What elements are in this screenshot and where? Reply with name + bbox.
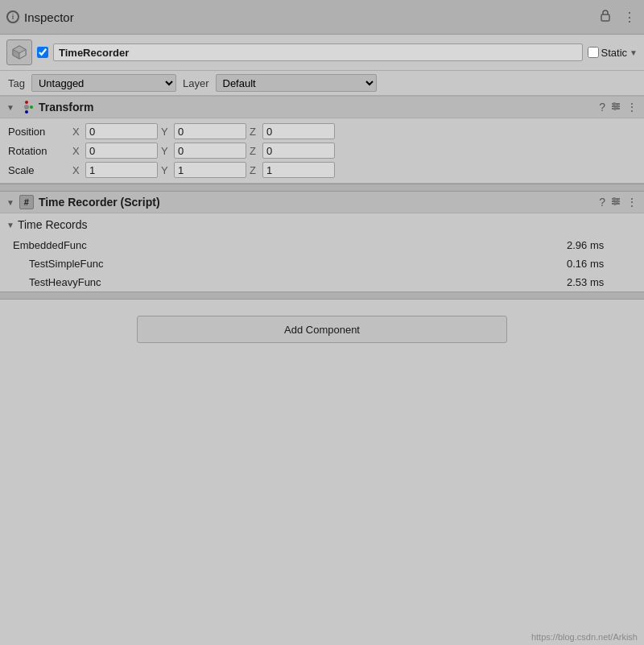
object-name-input[interactable] (53, 43, 583, 61)
layer-label: Layer (183, 77, 209, 89)
time-records-toggle[interactable]: ▼ (6, 221, 14, 229)
transform-sliders-button[interactable] (610, 101, 621, 114)
script-section-header: ▼ # Time Recorder (Script) ? ⋮ (0, 192, 644, 213)
scale-row: Scale X Y Z (8, 162, 636, 178)
svg-point-9 (616, 105, 619, 108)
static-dropdown-arrow[interactable]: ▼ (630, 48, 638, 57)
svg-point-8 (613, 102, 616, 105)
rotation-x-label: X (72, 145, 82, 157)
svg-point-10 (613, 107, 617, 110)
rotation-label: Rotation (8, 145, 72, 157)
svg-point-2 (25, 101, 28, 104)
tag-label: Tag (8, 77, 25, 89)
rotation-y-label: Y (161, 145, 171, 157)
time-record-row-2: TestHeavyFunc 2.53 ms (0, 273, 644, 291)
scale-x-label: X (72, 164, 82, 176)
scale-z-label: Z (250, 164, 259, 176)
svg-point-16 (613, 202, 617, 205)
static-label: Static (601, 47, 628, 59)
time-records-title: Time Records (18, 218, 88, 231)
time-record-name-1: TestSimpleFunc (29, 258, 567, 270)
footer-text: https://blog.csdn.net/Arkish (531, 632, 638, 642)
lock-button[interactable] (597, 7, 613, 27)
section-divider (0, 184, 644, 192)
transform-title: Transform (39, 101, 594, 114)
position-x-label: X (72, 126, 82, 138)
position-label: Position (8, 126, 72, 138)
position-y-label: Y (161, 126, 171, 138)
position-row: Position X Y Z (8, 123, 636, 139)
scale-y-label: Y (161, 164, 171, 176)
time-record-value-1: 0.16 ms (567, 258, 631, 270)
script-toggle[interactable]: ▼ (6, 198, 14, 207)
scale-z-input[interactable] (262, 162, 335, 178)
tag-select[interactable]: Untagged (31, 74, 176, 92)
static-wrapper: Static ▼ (588, 47, 638, 59)
scale-y-input[interactable] (174, 162, 246, 178)
position-z-label: Z (250, 126, 259, 138)
time-record-row-1: TestSimpleFunc 0.16 ms (0, 254, 644, 273)
time-records-header: ▼ Time Records (0, 213, 644, 236)
script-icon: # (19, 195, 34, 209)
script-more-button[interactable]: ⋮ (626, 196, 638, 209)
transform-icon (19, 100, 34, 114)
script-help-button[interactable]: ? (599, 196, 605, 209)
rotation-z-input[interactable] (262, 143, 335, 159)
more-options-button[interactable]: ⋮ (621, 8, 638, 27)
transform-section-header: ▼ Transform ? ⋮ (0, 96, 644, 118)
time-record-name-0: EmbeddedFunc (13, 239, 567, 251)
position-y-input[interactable] (174, 123, 246, 139)
time-record-value-2: 2.53 ms (567, 276, 631, 288)
scale-x-input[interactable] (85, 162, 158, 178)
add-component-area: Add Component (0, 300, 644, 359)
svg-point-3 (30, 105, 33, 109)
footer: https://blog.csdn.net/Arkish (531, 632, 638, 642)
active-checkbox-wrapper[interactable] (37, 47, 48, 58)
svg-rect-0 (601, 14, 609, 21)
transform-body: Position X Y Z Rotation X Y Z Scale X Y (0, 118, 644, 184)
time-record-row-0: EmbeddedFunc 2.96 ms (0, 236, 644, 254)
rotation-row: Rotation X Y Z (8, 143, 636, 159)
scale-label: Scale (8, 164, 72, 176)
static-checkbox[interactable] (588, 47, 599, 58)
rotation-y-input[interactable] (174, 143, 246, 159)
svg-point-4 (25, 110, 28, 114)
rotation-z-label: Z (250, 145, 259, 157)
active-checkbox[interactable] (37, 47, 48, 58)
position-x-input[interactable] (85, 123, 158, 139)
time-record-value-0: 2.96 ms (567, 239, 631, 251)
transform-more-button[interactable]: ⋮ (626, 101, 638, 114)
tag-layer-row: Tag Untagged Layer Default (0, 71, 644, 96)
transform-help-button[interactable]: ? (599, 101, 605, 114)
script-title: Time Recorder (Script) (39, 196, 594, 209)
transform-toggle[interactable]: ▼ (6, 103, 14, 112)
object-header: Static ▼ (0, 35, 644, 71)
inspector-icon: i (6, 10, 19, 23)
svg-point-15 (616, 200, 619, 203)
svg-point-14 (613, 197, 616, 201)
rotation-x-input[interactable] (85, 143, 158, 159)
title-bar: i Inspector ⋮ (0, 0, 644, 35)
inspector-title: Inspector (24, 10, 74, 24)
layer-select[interactable]: Default (216, 74, 377, 92)
add-component-button[interactable]: Add Component (137, 316, 507, 343)
svg-point-1 (24, 105, 29, 110)
time-record-name-2: TestHeavyFunc (29, 276, 567, 288)
object-icon (6, 39, 32, 65)
bottom-divider (0, 291, 644, 300)
position-z-input[interactable] (262, 123, 335, 139)
script-sliders-button[interactable] (610, 196, 621, 209)
